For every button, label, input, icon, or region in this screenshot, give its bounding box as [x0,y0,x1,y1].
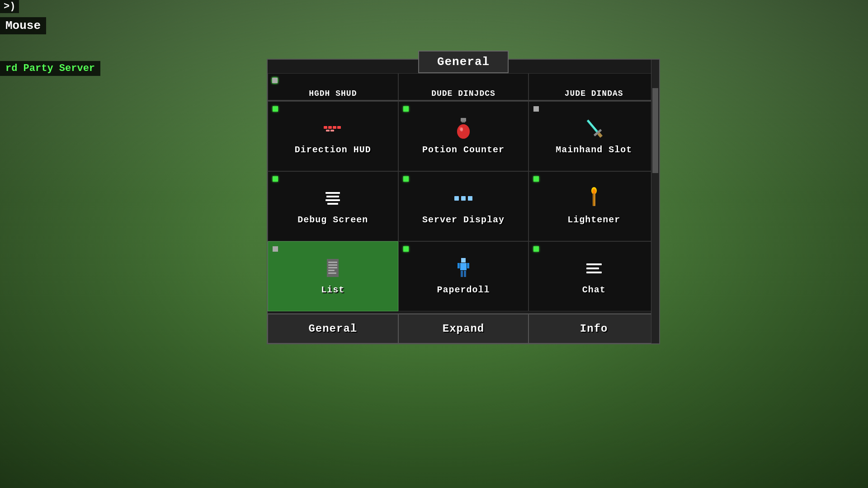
chat-line-3 [586,272,602,273]
cell-label-paperdoll: Paperdoll [437,284,490,296]
cell-label-debug-screen: Debug Screen [297,214,368,226]
line-3 [326,199,340,201]
partial-cell-2: DUDE DINJDCS [398,73,529,100]
cell-label-direction-hud: Direction HUD [295,144,371,156]
signal-dots [454,196,472,201]
settings-modal: General HGDH SHUD DUDE DINJDCS JUDE DIND… [267,59,660,344]
mouse-label: Mouse [0,17,46,34]
grid-cell-mainhand-slot[interactable]: Mainhand Slot [528,101,659,171]
svg-rect-31 [461,271,463,277]
svg-rect-7 [462,121,465,122]
sword-icon [585,117,603,140]
partial-cell-1: HGDH SHUD [268,73,398,100]
svg-rect-3 [337,126,341,129]
status-dot-chat [533,246,539,252]
bracket-label: >) [0,0,19,13]
status-dot-potion-counter [403,106,409,112]
svg-rect-15 [588,120,597,131]
module-grid: Direction HUD Pot [268,100,659,311]
svg-rect-0 [324,126,327,129]
line-1 [326,192,340,194]
info-button[interactable]: Info [528,314,659,343]
grid-cell-potion-counter[interactable]: Potion Counter [398,101,529,171]
status-dot-direction-hud [273,106,278,112]
dots-icon [454,187,472,210]
torch-icon [590,187,599,210]
cell-label-list: List [321,284,344,296]
scrollbar[interactable] [651,60,659,343]
partial-cell-label-3: JUDE DINDAS [565,89,623,98]
svg-rect-27 [461,258,466,263]
status-dot-paperdoll [403,246,409,252]
svg-rect-4 [326,130,330,131]
cell-label-lightener: Lightener [567,214,620,226]
svg-rect-28 [460,263,467,270]
partial-cell-3: JUDE DINDAS [528,73,659,100]
svg-rect-23 [328,264,337,266]
svg-rect-19 [593,193,594,206]
svg-point-11 [460,128,463,131]
svg-rect-32 [464,271,466,277]
book-icon [326,257,340,280]
dot-3 [468,196,472,201]
svg-rect-26 [328,272,336,274]
dot-1 [454,196,459,201]
grid-cell-chat[interactable]: Chat [528,241,659,311]
general-button[interactable]: General [268,314,398,343]
list-icon [326,187,340,210]
svg-rect-30 [467,263,469,268]
cell-label-potion-counter: Potion Counter [422,144,505,156]
cell-label-chat: Chat [582,284,606,296]
svg-rect-5 [330,130,334,131]
grid-cell-debug-screen[interactable]: Debug Screen [268,171,398,241]
list-lines [326,192,340,205]
svg-rect-22 [328,262,337,263]
status-dot-lightener [533,176,539,182]
dot-2 [461,196,466,201]
chat-line-1 [586,263,602,265]
compass-icon [321,117,344,140]
svg-rect-25 [328,270,335,271]
svg-rect-29 [458,263,460,268]
potion-icon [454,117,472,140]
status-dot-debug-screen [273,176,278,182]
chat-line-2 [586,267,599,269]
partial-cell-label-2: DUDE DINJDCS [431,89,495,98]
svg-rect-1 [328,126,332,129]
grid-cell-server-display[interactable]: Server Display [398,171,529,241]
bottom-buttons: General Expand Info [268,313,659,343]
grid-cell-list[interactable]: List [268,241,398,311]
svg-rect-2 [333,126,336,129]
expand-button[interactable]: Expand [398,314,529,343]
grid-cell-direction-hud[interactable]: Direction HUD [268,101,398,171]
status-dot-server-display [403,176,409,182]
cell-label-mainhand-slot: Mainhand Slot [556,144,632,156]
status-dot-list [273,246,278,252]
party-server-label: rd Party Server [0,61,100,76]
svg-point-9 [457,124,470,139]
partial-cell-label-1: HGDH SHUD [309,89,357,98]
chat-lines [586,263,602,273]
cell-label-server-display: Server Display [422,214,505,226]
modal-title: General [418,51,509,73]
line-4 [327,203,338,205]
grid-cell-paperdoll[interactable]: Paperdoll [398,241,529,311]
line-2 [326,196,339,197]
grid-cell-lightener[interactable]: Lightener [528,171,659,241]
svg-rect-24 [328,267,337,268]
chat-icon [586,257,602,280]
scrollbar-thumb[interactable] [652,88,658,173]
person-icon [457,257,470,280]
status-dot-mainhand-slot [533,106,539,112]
